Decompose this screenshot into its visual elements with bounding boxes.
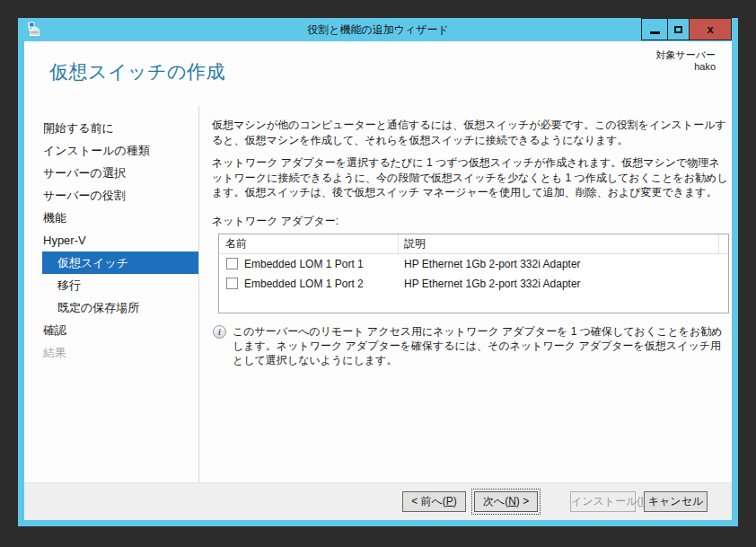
target-server-block: 対象サーバー hako: [655, 49, 716, 73]
sidebar-item-installation-type[interactable]: インストールの種類: [24, 139, 198, 162]
roles-wizard-app-icon: [27, 22, 42, 37]
sidebar-item-server-roles[interactable]: サーバーの役割: [24, 184, 198, 207]
sidebar-item-default-stores[interactable]: 既定の保存場所: [24, 296, 198, 319]
window-title: 役割と機能の追加ウィザード: [18, 22, 738, 38]
intro-paragraph: 仮想マシンが他のコンピューターと通信するには、仮想スイッチが必要です。この役割を…: [212, 118, 729, 147]
adapter-description: HP Ethernet 1Gb 2-port 332i Adapter: [399, 258, 728, 270]
maximize-button[interactable]: [667, 18, 690, 40]
cancel-button[interactable]: キャンセル: [644, 491, 708, 512]
wizard-steps-sidebar: 開始する前に インストールの種類 サーバーの選択 サーバーの役割 機能 Hype…: [24, 106, 199, 482]
target-server-label: 対象サーバー: [655, 49, 716, 61]
adapter-description: HP Ethernet 1Gb 2-port 332i Adapter: [399, 278, 728, 290]
adapter-name: Embedded LOM 1 Port 2: [244, 278, 364, 290]
titlebar[interactable]: 役割と機能の追加ウィザード x: [18, 18, 738, 41]
close-icon: x: [707, 23, 713, 35]
close-button[interactable]: x: [690, 18, 732, 40]
sidebar-item-server-selection[interactable]: サーバーの選択: [24, 162, 198, 184]
adapter-checkbox-port1[interactable]: [226, 258, 238, 269]
network-adapters-table: 名前 説明 Embedded LOM 1 Port 1 HP Ethernet …: [218, 234, 729, 313]
adapter-name: Embedded LOM 1 Port 1: [244, 258, 364, 270]
sidebar-item-before-you-begin[interactable]: 開始する前に: [24, 117, 198, 139]
caption-buttons: x: [641, 18, 732, 40]
minimize-button[interactable]: [641, 18, 667, 40]
target-server-name: hako: [655, 61, 716, 73]
page-title: 仮想スイッチの作成: [49, 59, 225, 84]
previous-button[interactable]: < 前へ(P): [402, 491, 466, 512]
wizard-window: 役割と機能の追加ウィザード x 仮想スイッチの作成 対象サーバー hako 開始…: [18, 18, 738, 526]
page-header: 仮想スイッチの作成 対象サーバー hako: [24, 41, 732, 106]
sidebar-item-migration[interactable]: 移行: [24, 274, 198, 296]
table-header-row: 名前 説明: [219, 234, 728, 254]
network-adapters-label: ネットワーク アダプター:: [212, 214, 729, 229]
install-button[interactable]: インストール(I): [570, 491, 636, 512]
sidebar-item-hyper-v[interactable]: Hyper-V: [24, 229, 198, 251]
page-content: 仮想マシンが他のコンピューターと通信するには、仮想スイッチが必要です。この役割を…: [199, 106, 732, 482]
column-header-filler: [719, 234, 728, 253]
adapter-paragraph: ネットワーク アダプターを選択するたびに 1 つずつ仮想スイッチが作成されます。…: [212, 155, 729, 200]
column-header-name[interactable]: 名前: [219, 234, 399, 253]
sidebar-item-virtual-switch[interactable]: 仮想スイッチ: [42, 251, 198, 274]
sidebar-item-results: 結果: [24, 341, 198, 364]
table-row[interactable]: Embedded LOM 1 Port 2 HP Ethernet 1Gb 2-…: [219, 274, 728, 294]
note-text: このサーバーへのリモート アクセス用にネットワーク アダプターを 1 つ確保して…: [233, 324, 729, 367]
maximize-icon: [674, 26, 682, 33]
minimize-icon: [650, 31, 660, 34]
table-row[interactable]: Embedded LOM 1 Port 1 HP Ethernet 1Gb 2-…: [219, 254, 728, 274]
wizard-client-area: 仮想スイッチの作成 対象サーバー hako 開始する前に インストールの種類 サ…: [24, 41, 732, 520]
wizard-footer: < 前へ(P) 次へ(N) > インストール(I) キャンセル: [24, 482, 732, 520]
sidebar-item-confirmation[interactable]: 確認: [24, 319, 198, 341]
next-button[interactable]: 次へ(N) >: [474, 491, 538, 512]
info-note: i このサーバーへのリモート アクセス用にネットワーク アダプターを 1 つ確保…: [212, 324, 729, 367]
info-icon: i: [213, 325, 226, 339]
sidebar-item-features[interactable]: 機能: [24, 207, 198, 229]
adapter-checkbox-port2[interactable]: [226, 278, 238, 289]
column-header-description[interactable]: 説明: [399, 234, 719, 253]
